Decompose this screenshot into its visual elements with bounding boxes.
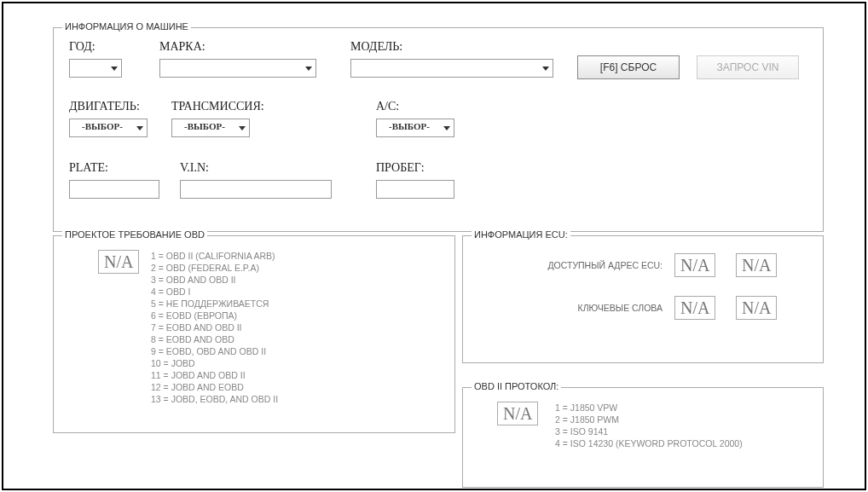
obd-requirement-section: ПРОЕКТОЕ ТРЕБОВАНИЕ OBD N/A 1 = OBD II (…	[53, 235, 455, 433]
request-vin-button: ЗАПРОС VIN	[697, 55, 799, 79]
ecu-keywords-value-1: N/A	[674, 296, 715, 320]
model-label: МОДЕЛЬ:	[350, 40, 402, 54]
plate-input[interactable]	[69, 180, 159, 199]
engine-select[interactable]: -ВЫБОР-	[69, 119, 148, 137]
obd-req-line: 3 = OBD AND OBD II	[151, 274, 278, 286]
obd-req-line: 9 = EOBD, OBD AND OBD II	[151, 345, 278, 357]
mileage-input[interactable]	[376, 180, 454, 199]
obd-req-line: 13 = JOBD, EOBD, AND OBD II	[151, 393, 278, 405]
obd-req-line: 10 = JOBD	[151, 357, 278, 369]
proto-line: 3 = ISO 9141	[555, 425, 743, 437]
obd-req-title: ПРОЕКТОЕ ТРЕБОВАНИЕ OBD	[62, 229, 207, 240]
vehicle-info-section: ИНФОРМАЦИЯ О МАШИНЕ ГОД: МАРКА: МОДЕЛЬ: …	[53, 27, 824, 232]
make-label: МАРКА:	[159, 40, 205, 54]
ac-select[interactable]: -ВЫБОР-	[376, 119, 454, 137]
obd-protocol-section: OBD II ПРОТОКОЛ: N/A 1 = J1850 VPW 2 = J…	[462, 387, 824, 488]
vin-input[interactable]	[180, 180, 332, 199]
ecu-addr-label: ДОСТУПНЫЙ АДРЕС ECU:	[518, 260, 663, 270]
proto-line: 4 = ISO 14230 (KEYWORD PROTOCOL 2000)	[555, 437, 743, 449]
ecu-addr-value-1: N/A	[674, 253, 715, 277]
obd-req-line: 7 = EOBD AND OBD II	[151, 321, 278, 333]
obd-req-value: N/A	[98, 250, 139, 274]
ecu-section-title: ИНФОРМАЦИЯ ECU:	[472, 229, 570, 240]
vin-label: V.I.N:	[180, 161, 209, 175]
obd-req-line: 8 = EOBD AND OBD	[151, 333, 278, 345]
ecu-keywords-label: КЛЮЧЕВЫЕ СЛОВА	[518, 303, 663, 313]
ac-label: A/C:	[376, 100, 399, 113]
ecu-keywords-value-2: N/A	[736, 296, 777, 320]
proto-section-title: OBD II ПРОТОКОЛ:	[472, 381, 561, 391]
obd-req-line: 2 = OBD (FEDERAL E.P.A)	[151, 262, 278, 274]
vehicle-section-title: ИНФОРМАЦИЯ О МАШИНЕ	[62, 21, 191, 32]
engine-label: ДВИГАТЕЛЬ:	[69, 100, 140, 113]
obd-req-line: 12 = JOBD AND EOBD	[151, 381, 278, 393]
obd-req-line: 11 = JOBD AND OBD II	[151, 369, 278, 381]
model-select[interactable]	[350, 59, 553, 78]
obd-req-line: 4 = OBD I	[151, 286, 278, 298]
ecu-info-section: ИНФОРМАЦИЯ ECU: ДОСТУПНЫЙ АДРЕС ECU: N/A…	[462, 235, 824, 363]
proto-line: 2 = J1850 PWM	[555, 414, 743, 425]
obd-req-line: 5 = НЕ ПОДДЕРЖИВАЕТСЯ	[151, 298, 278, 310]
reset-button[interactable]: [F6] СБРОС	[577, 55, 680, 79]
proto-line: 1 = J1850 VPW	[555, 402, 743, 414]
mileage-label: ПРОБЕГ:	[376, 161, 425, 175]
transmission-label: ТРАНСМИССИЯ:	[171, 100, 264, 113]
proto-value: N/A	[497, 402, 538, 425]
plate-label: PLATE:	[69, 161, 108, 175]
transmission-select[interactable]: -ВЫБОР-	[171, 119, 250, 137]
make-select[interactable]	[159, 59, 316, 78]
year-select[interactable]	[69, 59, 122, 78]
ecu-addr-value-2: N/A	[736, 253, 777, 277]
obd-req-legend: 1 = OBD II (CALIFORNIA ARB) 2 = OBD (FED…	[151, 250, 278, 405]
obd-req-line: 6 = EOBD (ЕВРОПА)	[151, 310, 278, 321]
obd-req-line: 1 = OBD II (CALIFORNIA ARB)	[151, 250, 278, 262]
year-label: ГОД:	[69, 40, 95, 54]
proto-legend: 1 = J1850 VPW 2 = J1850 PWM 3 = ISO 9141…	[555, 402, 743, 449]
